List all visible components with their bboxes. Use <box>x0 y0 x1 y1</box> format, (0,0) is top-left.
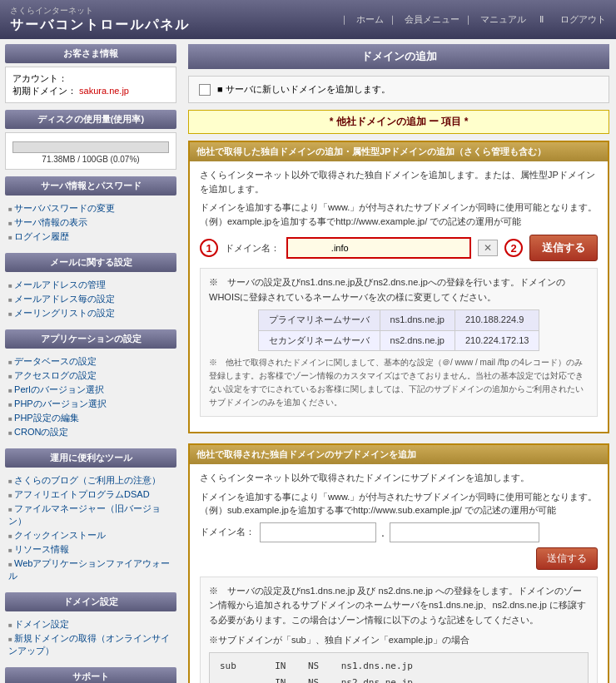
panel1-text2: ドメインを追加する事により「www.」が付与されたサブドメインが同時に使用可能と… <box>200 200 598 228</box>
mail-section: メールに関する設定 メールアドレスの管理 メールアドレス毎の設定 メーリングリス… <box>5 253 176 323</box>
nav-separator: ｜ <box>340 14 349 24</box>
app-link-list: データベースの設定 アクセスログの設定 Perlのバージョン選択 PHPのバージ… <box>5 352 176 442</box>
panel1-domain-input[interactable] <box>286 237 471 259</box>
domain-link-list: ドメイン設定 新規ドメインの取得（オンラインサインアップ） <box>5 615 176 661</box>
panel2-note2: ※サブドメインが「sub」、独自ドメイン「example.jp」の場合 <box>209 633 589 648</box>
panel1-note1-text: ※ サーバの設定及びns1.dns.ne.jp及びns2.dns.ne.jpへの… <box>209 275 589 304</box>
nav-member-menu[interactable]: 会員メニュー <box>405 14 460 24</box>
affiliate-link[interactable]: アフィリエイトプログラムDSAD <box>14 489 150 499</box>
quick-install-link[interactable]: クイックインストール <box>14 530 106 540</box>
php-version-link[interactable]: PHPのバージョン選択 <box>14 398 107 408</box>
ns-row-secondary: セカンダリネームサーバ ns2.dns.ne.jp 210.224.172.13 <box>258 330 539 351</box>
sidebar-item-perl[interactable]: Perlのバージョン選択 <box>8 384 173 396</box>
panel1-send-button[interactable]: 送信する <box>529 235 598 261</box>
panel1-input-row: 1 ドメイン名： ✕ 2 送信する <box>200 235 598 261</box>
disk-section: ディスクの使用量(使用率) 71.38MB / 100GB (0.07%) <box>5 110 176 170</box>
sidebar-item-php-settings[interactable]: PHP設定の編集 <box>8 412 173 424</box>
domain-section: ドメイン設定 ドメイン設定 新規ドメインの取得（オンラインサインアップ） <box>5 592 176 661</box>
ns-secondary-ip: 210.224.172.13 <box>455 330 539 351</box>
support-section: サポート オンラインマニュアル <box>5 667 176 683</box>
nav-logout[interactable]: ログアウト <box>560 14 606 24</box>
new-domain-link[interactable]: 新規ドメインの取得（オンラインサインアップ） <box>8 633 170 656</box>
panel2-note-box: ※ サーバの設定及びns1.dns.ne.jp 及び ns2.dns.ne.jp… <box>200 577 598 683</box>
sidebar-item-domain-settings[interactable]: ドメイン設定 <box>8 618 173 631</box>
sidebar-item-waf[interactable]: Webアプリケーションファイアウォール <box>8 557 173 582</box>
sidebar-item-cron[interactable]: CRONの設定 <box>8 426 173 438</box>
ns-primary-name: ns1.dns.ne.jp <box>380 310 455 331</box>
customer-section-title: お客さま情報 <box>5 44 176 63</box>
mailing-list-link[interactable]: メーリングリストの設定 <box>14 308 115 318</box>
domain-settings-link[interactable]: ドメイン設定 <box>14 619 69 629</box>
customer-box: アカウント： 初期ドメイン： sakura.ne.jp <box>5 67 176 103</box>
mail-address-link[interactable]: メールアドレスの管理 <box>14 280 106 290</box>
panel1-clear-button[interactable]: ✕ <box>478 240 498 256</box>
panel2-domain-input[interactable] <box>390 522 539 542</box>
sidebar-item-server-password[interactable]: サーバパスワードの変更 <box>8 202 173 215</box>
nav-sep4: Ⅱ <box>530 14 553 24</box>
progress-bar-container <box>12 141 169 153</box>
file-manager-link[interactable]: ファイルマネージャー（旧バージョン） <box>8 503 161 526</box>
brand-subtitle: さくらインターネット <box>10 5 190 17</box>
panel2-subdomain-input[interactable] <box>260 522 376 542</box>
sidebar-item-php-version[interactable]: PHPのバージョン選択 <box>8 398 173 410</box>
perl-link[interactable]: Perlのバージョン選択 <box>14 384 104 394</box>
main-content: ドメインの追加 ■ サーバに新しいドメインを追加します。 * 他社ドメインの追加… <box>181 39 616 683</box>
server-add-note-text: ■ サーバに新しいドメインを追加します。 <box>217 83 390 96</box>
panel2-input-row: ドメイン名： . <box>200 522 598 542</box>
server-link-list: サーバパスワードの変更 サーバ情報の表示 ログイン履歴 <box>5 199 176 246</box>
db-link[interactable]: データベースの設定 <box>14 356 97 366</box>
sidebar-item-quick-install[interactable]: クイックインストール <box>8 529 173 542</box>
nav-sep3: ｜ <box>464 14 473 24</box>
customer-section: お客さま情報 アカウント： 初期ドメイン： sakura.ne.jp <box>5 44 176 103</box>
mail-settings-link[interactable]: メールアドレス毎の設定 <box>14 294 115 304</box>
support-section-title: サポート <box>5 667 176 683</box>
sidebar-item-resource[interactable]: リソース情報 <box>8 543 173 556</box>
ns-table: プライマリネームサーバ ns1.dns.ne.jp 210.188.224.9 … <box>258 309 540 351</box>
sidebar-item-mailing-list[interactable]: メーリングリストの設定 <box>8 307 173 319</box>
domain-label: 初期ドメイン： <box>12 86 77 96</box>
account-row: アカウント： <box>12 72 169 85</box>
tools-section: 運用に便利なツール さくらのブログ（ご利用上の注意） アフィリエイトプログラムD… <box>5 448 176 586</box>
server-password-link[interactable]: サーバパスワードの変更 <box>14 203 115 213</box>
php-settings-link[interactable]: PHP設定の編集 <box>14 413 79 423</box>
sidebar-item-file-manager[interactable]: ファイルマネージャー（旧バージョン） <box>8 502 173 527</box>
panel1-domain-label: ドメイン名： <box>225 242 280 255</box>
waf-link[interactable]: Webアプリケーションファイアウォール <box>8 558 170 581</box>
app-section-title: アプリケーションの設定 <box>5 329 176 349</box>
section-subtitle: * 他社ドメインの追加 ー 項目 * <box>188 110 609 134</box>
sidebar-item-db[interactable]: データベースの設定 <box>8 355 173 368</box>
server-add-checkbox[interactable] <box>199 84 211 96</box>
page-title: ドメインの追加 <box>188 44 609 69</box>
mail-link-list: メールアドレスの管理 メールアドレス毎の設定 メーリングリストの設定 <box>5 275 176 323</box>
nav-manual[interactable]: マニュアル <box>480 14 526 24</box>
sidebar-item-mail-address[interactable]: メールアドレスの管理 <box>8 279 173 291</box>
panel1-note1: ※ サーバの設定及びns1.dns.ne.jp及びns2.dns.ne.jpへの… <box>200 268 598 417</box>
panel2-send-button[interactable]: 送信する <box>536 547 598 570</box>
code-line-1: sub IN NS ns1.dns.ne.jp <box>220 658 578 675</box>
app-section: アプリケーションの設定 データベースの設定 アクセスログの設定 Perlのバージ… <box>5 329 176 442</box>
sidebar-item-blog[interactable]: さくらのブログ（ご利用上の注意） <box>8 474 173 487</box>
server-section-title: サーバ情報とパスワード <box>5 176 176 195</box>
domain-link[interactable]: sakura.ne.jp <box>79 86 129 96</box>
sidebar-item-server-info[interactable]: サーバ情報の表示 <box>8 216 173 229</box>
panel2-text1: さくらインターネット以外で取得されたドメインにサブドメインを追加します。 <box>200 471 598 485</box>
access-log-link[interactable]: アクセスログの設定 <box>14 370 97 380</box>
login-history-link[interactable]: ログイン履歴 <box>14 231 69 241</box>
resource-link[interactable]: リソース情報 <box>14 544 69 554</box>
nav-home[interactable]: ホーム <box>356 14 384 24</box>
disk-usage-text: 71.38MB / 100GB (0.07%) <box>12 155 169 164</box>
cron-link[interactable]: CRONの設定 <box>14 427 68 437</box>
sidebar-item-new-domain[interactable]: 新規ドメインの取得（オンラインサインアップ） <box>8 632 173 657</box>
sidebar-item-mail-settings[interactable]: メールアドレス毎の設定 <box>8 293 173 305</box>
sidebar-item-access-log[interactable]: アクセスログの設定 <box>8 369 173 382</box>
brand-title: サーバコントロールパネル <box>10 17 190 34</box>
server-info-link[interactable]: サーバ情報の表示 <box>14 217 87 227</box>
sidebar: お客さま情報 アカウント： 初期ドメイン： sakura.ne.jp ディスクの… <box>0 39 181 683</box>
sidebar-item-login-history[interactable]: ログイン履歴 <box>8 230 173 243</box>
ns-secondary-label: セカンダリネームサーバ <box>258 330 380 351</box>
panel2-domain-label: ドメイン名： <box>200 526 255 538</box>
domain-section-title: ドメイン設定 <box>5 592 176 611</box>
circle-1: 1 <box>200 239 218 257</box>
blog-link[interactable]: さくらのブログ（ご利用上の注意） <box>14 475 161 485</box>
sidebar-item-affiliate[interactable]: アフィリエイトプログラムDSAD <box>8 488 173 501</box>
